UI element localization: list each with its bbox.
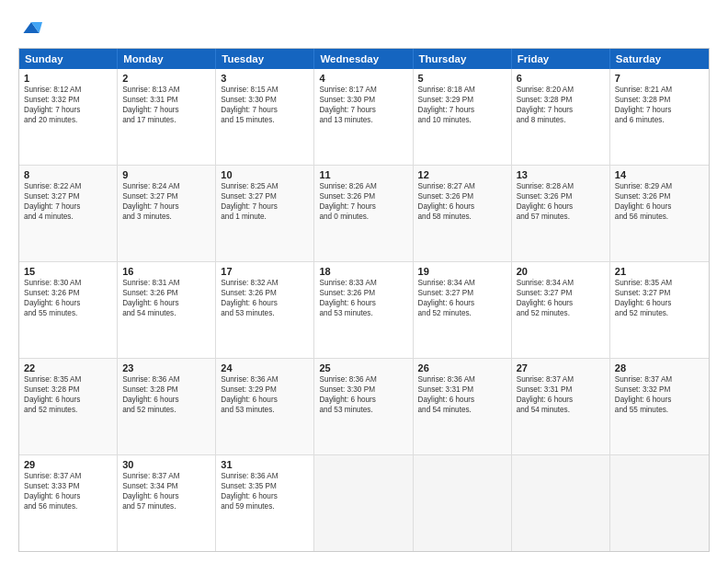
day-number: 13: [517, 169, 605, 180]
cell-line: Daylight: 6 hours: [319, 298, 407, 308]
cell-line: Daylight: 7 hours: [122, 105, 210, 115]
cal-cell: 27Sunrise: 8:37 AMSunset: 3:31 PMDayligh…: [512, 359, 610, 454]
cell-line: Sunset: 3:31 PM: [517, 385, 605, 395]
cal-cell: 7Sunrise: 8:21 AMSunset: 3:28 PMDaylight…: [610, 69, 709, 165]
cell-line: Sunrise: 8:37 AM: [122, 471, 210, 481]
cal-cell: 23Sunrise: 8:36 AMSunset: 3:28 PMDayligh…: [118, 359, 216, 454]
cell-line: Sunset: 3:30 PM: [221, 95, 309, 105]
cell-line: Daylight: 6 hours: [517, 395, 605, 405]
day-number: 23: [122, 362, 210, 373]
cal-cell: [314, 455, 413, 551]
cell-line: and 54 minutes.: [122, 308, 210, 318]
cell-line: Sunset: 3:31 PM: [418, 385, 506, 395]
day-number: 30: [122, 459, 210, 470]
cell-line: Daylight: 6 hours: [221, 491, 309, 501]
cal-cell: 25Sunrise: 8:36 AMSunset: 3:30 PMDayligh…: [314, 359, 413, 454]
cal-cell: 29Sunrise: 8:37 AMSunset: 3:33 PMDayligh…: [19, 455, 118, 551]
cell-line: Daylight: 7 hours: [24, 201, 112, 212]
day-number: 29: [24, 459, 112, 470]
day-number: 27: [517, 362, 605, 373]
cell-line: Sunset: 3:27 PM: [24, 191, 112, 201]
cell-line: Sunrise: 8:17 AM: [319, 85, 407, 95]
cell-line: Sunset: 3:28 PM: [615, 95, 704, 105]
cell-line: and 53 minutes.: [319, 405, 407, 415]
cell-line: Sunrise: 8:21 AM: [615, 85, 704, 95]
day-number: 25: [319, 362, 407, 373]
cell-line: Daylight: 7 hours: [517, 105, 605, 115]
cell-line: and 52 minutes.: [615, 308, 704, 318]
day-number: 6: [517, 73, 605, 84]
calendar-header: SundayMondayTuesdayWednesdayThursdayFrid…: [19, 49, 709, 69]
cell-line: Sunrise: 8:37 AM: [517, 374, 605, 385]
cell-line: Sunset: 3:26 PM: [24, 288, 112, 298]
cell-line: Daylight: 7 hours: [24, 105, 112, 115]
day-number: 31: [221, 459, 309, 470]
calendar: SundayMondayTuesdayWednesdayThursdayFrid…: [18, 48, 710, 552]
cal-cell: 9Sunrise: 8:24 AMSunset: 3:27 PMDaylight…: [118, 166, 216, 261]
cal-week-5: 29Sunrise: 8:37 AMSunset: 3:33 PMDayligh…: [19, 455, 709, 551]
cell-line: and 52 minutes.: [122, 405, 210, 415]
cell-line: Daylight: 7 hours: [221, 201, 309, 212]
cell-line: and 3 minutes.: [122, 212, 210, 222]
logo-text: [18, 17, 42, 39]
cell-line: and 52 minutes.: [418, 308, 506, 318]
cell-line: Sunrise: 8:33 AM: [319, 278, 407, 288]
day-number: 9: [122, 169, 210, 180]
cell-line: Daylight: 6 hours: [418, 201, 506, 212]
logo: [18, 17, 44, 39]
cal-cell: 19Sunrise: 8:34 AMSunset: 3:27 PMDayligh…: [414, 262, 512, 358]
cell-line: Sunset: 3:28 PM: [24, 385, 112, 395]
cell-line: Daylight: 7 hours: [615, 105, 704, 115]
cell-line: Sunrise: 8:36 AM: [122, 374, 210, 385]
day-number: 12: [418, 169, 506, 180]
cell-line: Daylight: 7 hours: [418, 105, 506, 115]
cell-line: Sunset: 3:26 PM: [319, 288, 407, 298]
cell-line: Sunset: 3:28 PM: [122, 385, 210, 395]
cell-line: Daylight: 6 hours: [418, 395, 506, 405]
cal-week-3: 15Sunrise: 8:30 AMSunset: 3:26 PMDayligh…: [19, 262, 709, 359]
cal-header-monday: Monday: [118, 49, 216, 69]
cell-line: Sunset: 3:27 PM: [221, 191, 309, 201]
cell-line: Daylight: 6 hours: [221, 298, 309, 308]
cell-line: Sunrise: 8:37 AM: [615, 374, 704, 385]
cell-line: and 1 minute.: [221, 212, 309, 222]
cell-line: Sunrise: 8:26 AM: [319, 181, 407, 191]
day-number: 7: [615, 73, 704, 84]
cal-cell: 22Sunrise: 8:35 AMSunset: 3:28 PMDayligh…: [19, 359, 118, 454]
cell-line: Daylight: 6 hours: [122, 491, 210, 501]
cell-line: and 52 minutes.: [517, 308, 605, 318]
cal-week-4: 22Sunrise: 8:35 AMSunset: 3:28 PMDayligh…: [19, 359, 709, 455]
cell-line: Sunrise: 8:36 AM: [319, 374, 407, 385]
cal-cell: [610, 455, 709, 551]
day-number: 15: [24, 266, 112, 277]
cell-line: Sunrise: 8:20 AM: [517, 85, 605, 95]
cal-cell: 6Sunrise: 8:20 AMSunset: 3:28 PMDaylight…: [512, 69, 610, 165]
cell-line: Sunset: 3:30 PM: [319, 385, 407, 395]
day-number: 2: [122, 73, 210, 84]
cell-line: Sunset: 3:27 PM: [122, 191, 210, 201]
cell-line: Sunrise: 8:29 AM: [615, 181, 704, 191]
page: SundayMondayTuesdayWednesdayThursdayFrid…: [0, 0, 728, 563]
cal-week-1: 1Sunrise: 8:12 AMSunset: 3:32 PMDaylight…: [19, 69, 709, 166]
cell-line: Sunrise: 8:24 AM: [122, 181, 210, 191]
cell-line: Sunset: 3:27 PM: [615, 288, 704, 298]
cell-line: and 53 minutes.: [221, 308, 309, 318]
cal-cell: 14Sunrise: 8:29 AMSunset: 3:26 PMDayligh…: [610, 166, 709, 261]
day-number: 16: [122, 266, 210, 277]
cell-line: and 17 minutes.: [122, 115, 210, 125]
cell-line: and 15 minutes.: [221, 115, 309, 125]
cell-line: Sunrise: 8:22 AM: [24, 181, 112, 191]
day-number: 11: [319, 169, 407, 180]
day-number: 3: [221, 73, 309, 84]
cal-cell: 11Sunrise: 8:26 AMSunset: 3:26 PMDayligh…: [314, 166, 413, 261]
cell-line: and 57 minutes.: [122, 501, 210, 511]
cell-line: and 55 minutes.: [615, 405, 704, 415]
cal-cell: 31Sunrise: 8:36 AMSunset: 3:35 PMDayligh…: [216, 455, 314, 551]
cell-line: Daylight: 6 hours: [517, 298, 605, 308]
day-number: 19: [418, 266, 506, 277]
cell-line: Sunrise: 8:36 AM: [221, 471, 309, 481]
cal-cell: 24Sunrise: 8:36 AMSunset: 3:29 PMDayligh…: [216, 359, 314, 454]
cell-line: Sunset: 3:32 PM: [24, 95, 112, 105]
cell-line: Sunrise: 8:36 AM: [418, 374, 506, 385]
cell-line: Sunrise: 8:31 AM: [122, 278, 210, 288]
